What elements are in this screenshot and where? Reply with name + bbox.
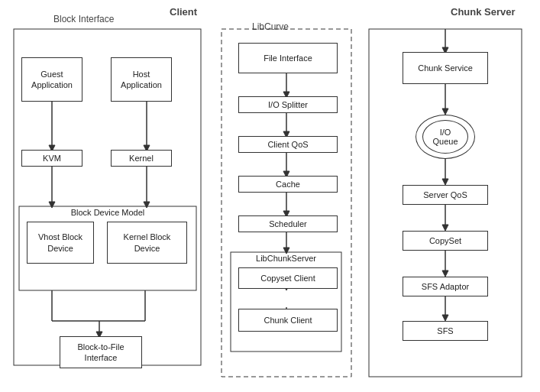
chunk-server-label: Chunk Server [451,6,516,18]
client-qos-box: Client QoS [238,136,338,153]
io-splitter-label: I/O Splitter [268,99,308,110]
client-qos-label: Client QoS [267,139,308,150]
lib-chunk-server-label: LibChunkServer [231,252,341,264]
cache-box: Cache [238,176,338,193]
guest-application-label: GuestApplication [31,69,73,91]
kernel-label: Kernel [129,153,154,164]
svg-marker-42 [442,271,448,277]
kvm-label: KVM [43,153,61,164]
svg-marker-36 [442,109,448,115]
io-queue-inner: I/OQueue [422,120,468,154]
copyset-label: CopySet [429,235,461,246]
vhost-block-device-label: Vhost BlockDevice [38,232,82,254]
svg-marker-38 [442,179,448,185]
svg-marker-44 [442,315,448,321]
client-label: Client [170,6,197,18]
kernel-block-device-label: Kernel BlockDevice [124,232,171,254]
host-application-box: HostApplication [111,57,172,102]
vhost-block-device-box: Vhost BlockDevice [27,222,94,264]
block-interface-label: Block Interface [53,14,114,24]
io-queue-outer: I/OQueue [416,115,475,159]
chunk-service-box: Chunk Service [403,52,488,84]
scheduler-box: Scheduler [238,215,338,232]
kernel-block-device-box: Kernel BlockDevice [107,222,187,264]
block-to-file-box: Block-to-FileInterface [60,336,142,368]
sfs-adaptor-label: SFS Adaptor [422,281,469,292]
chunk-client-label: Chunk Client [264,315,312,326]
host-application-label: HostApplication [121,69,162,91]
copyset-client-label: Copyset Client [260,273,315,283]
copyset-box: CopySet [403,231,488,251]
svg-marker-40 [442,225,448,231]
diagram: Block Interface Client LibCurve Chunk Se… [0,0,540,392]
server-qos-label: Server QoS [423,190,467,200]
io-splitter-box: I/O Splitter [238,96,338,113]
sfs-adaptor-box: SFS Adaptor [403,277,488,296]
file-interface-box: File Interface [238,43,338,73]
guest-application-box: GuestApplication [21,57,82,102]
libcurve-label: LibCurve [252,21,289,32]
chunk-service-label: Chunk Service [418,63,473,73]
sfs-box: SFS [403,321,488,341]
chunk-client-box: Chunk Client [238,309,338,332]
block-device-model-label: Block Device Model [19,206,196,219]
io-queue-label: I/OQueue [432,128,458,146]
scheduler-label: Scheduler [269,219,307,229]
block-to-file-label: Block-to-FileInterface [77,342,124,364]
sfs-label: SFS [437,326,453,336]
kernel-box: Kernel [111,150,172,167]
server-qos-box: Server QoS [403,185,488,205]
file-interface-label: File Interface [264,53,312,63]
cache-label: Cache [276,179,300,190]
copyset-client-box: Copyset Client [238,267,338,289]
kvm-box: KVM [21,150,82,167]
